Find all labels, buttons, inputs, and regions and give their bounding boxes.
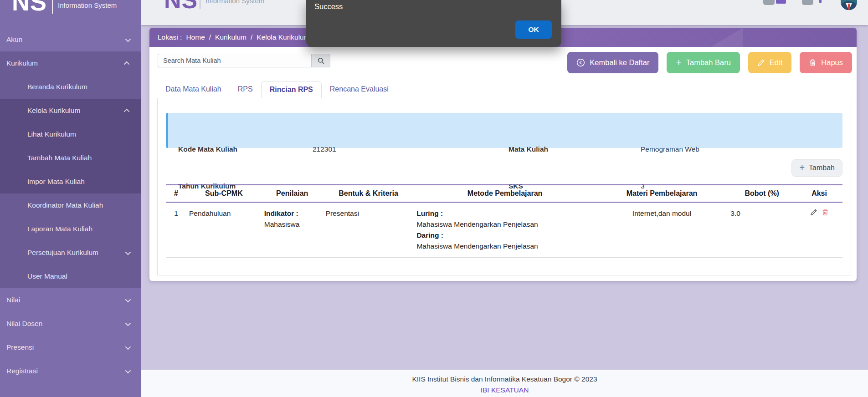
chevron-up-icon	[124, 108, 130, 114]
plus-icon: +	[799, 163, 805, 173]
tab-panel-rincian-rps: Kode Mata Kuliah Tahun Kurikulum 212301 …	[157, 98, 851, 275]
tab-rincian-rps[interactable]: Rincian RPS	[261, 81, 322, 98]
chevron-down-icon	[125, 249, 131, 255]
kode-mata-kuliah-value: 212301	[313, 143, 336, 155]
flag-icon	[819, 0, 822, 3]
penilaian-value: Mahasiswa	[264, 219, 320, 230]
chevron-down-icon	[125, 320, 131, 326]
footer-copyright: KIIS Institut Bisnis dan Informatika Kes…	[141, 375, 868, 383]
trash-icon	[809, 59, 817, 66]
footer-link-ibi-kesatuan[interactable]: IBI KESATUAN	[141, 386, 868, 394]
content-card: Lokasi : Home / Kurikulum / Kelola Kurik…	[149, 28, 857, 281]
sidebar-item-nilai[interactable]: Nilai	[0, 288, 141, 312]
sidebar-item-registrasi[interactable]: Registrasi	[0, 359, 141, 383]
col-header-aksi: Aksi	[796, 185, 842, 202]
hapus-button[interactable]: Hapus	[800, 52, 852, 73]
table-header-row: # Sub-CPMK Penilaian Bentuk & Kriteria M…	[166, 185, 842, 202]
sidebar-item-label: Laporan Mata Kuliah	[27, 225, 92, 233]
col-header-sub-cpmk: Sub-CPMK	[186, 185, 262, 202]
row-delete-trash-icon[interactable]	[822, 209, 829, 216]
chat-icon[interactable]	[802, 0, 813, 5]
kembali-ke-daftar-button[interactable]: Kembali ke Daftar	[567, 52, 658, 73]
logo-divider	[200, 0, 200, 9]
rps-table: # Sub-CPMK Penilaian Bentuk & Kriteria M…	[166, 184, 842, 258]
tab-data-mata-kuliah[interactable]: Data Mata Kuliah	[157, 81, 230, 98]
sidebar-item-label: User Manual	[27, 272, 67, 280]
sidebar-item-beranda-kurikulum[interactable]: Beranda Kurikulum	[0, 75, 141, 99]
flag-icon[interactable]	[776, 0, 786, 4]
sidebar-item-label: Presensi	[6, 343, 34, 351]
sidebar-item-akun[interactable]: Akun	[0, 28, 141, 51]
tambah-baru-button[interactable]: + Tambah Baru	[667, 52, 740, 73]
user-avatar[interactable]	[840, 0, 858, 11]
col-header-num: #	[166, 185, 186, 202]
tab-bar: Data Mata Kuliah RPS Rincian RPS Rencana…	[157, 81, 851, 98]
tambah-button[interactable]: + Tambah	[791, 159, 842, 177]
sidebar-item-user-manual[interactable]: User Manual	[0, 265, 141, 288]
breadcrumb-link-kelola-kurikulum[interactable]: Kelola Kurikulum	[257, 33, 309, 41]
success-modal: Success OK	[306, 0, 561, 47]
cell-materi: Internet,dan modul	[596, 202, 728, 258]
sidebar-item-impor-mata-kuliah[interactable]: Impor Mata Kuliah	[0, 170, 141, 193]
chat-icon[interactable]	[763, 0, 775, 5]
app-window: NS Information System Akun Kurikulum Ber…	[0, 0, 868, 397]
topbar-logo-mark: NS	[164, 0, 198, 14]
breadcrumb-link-kurikulum[interactable]: Kurikulum	[215, 33, 247, 41]
course-info-box: Kode Mata Kuliah Tahun Kurikulum 212301 …	[166, 113, 842, 148]
sidebar-item-presensi[interactable]: Presensi	[0, 336, 141, 359]
col-header-penilaian: Penilaian	[262, 185, 323, 202]
circle-back-icon	[576, 58, 585, 67]
sidebar-item-label: Impor Mata Kuliah	[27, 178, 85, 186]
sidebar-item-kurikulum[interactable]: Kurikulum	[0, 51, 141, 75]
sidebar-item-tambah-mata-kuliah[interactable]: Tambah Mata Kuliah	[0, 146, 141, 170]
button-label: Edit	[770, 58, 782, 67]
sidebar-item-persetujuan-kurikulum[interactable]: Persetujuan Kurikulum	[0, 241, 141, 265]
rps-table-wrap: # Sub-CPMK Penilaian Bentuk & Kriteria M…	[166, 184, 842, 258]
luring-value: Mahasiswa Mendengarkan Penjelasan	[416, 219, 593, 230]
cell-penilaian: Indikator : Mahasiswa	[262, 202, 323, 258]
chevron-down-icon	[125, 367, 131, 373]
sidebar-item-label: Persetujuan Kurikulum	[27, 249, 98, 257]
sidebar-item-nilai-dosen[interactable]: Nilai Dosen	[0, 312, 141, 336]
row-edit-pencil-icon[interactable]	[810, 209, 817, 216]
search-input[interactable]	[158, 54, 311, 67]
cell-bobot: 3.0	[728, 202, 796, 258]
magnifier-icon	[317, 57, 325, 65]
cell-aksi	[796, 202, 842, 258]
main-content: Lokasi : Home / Kurikulum / Kelola Kurik…	[141, 25, 868, 370]
brand-logo-mark: NS	[12, 0, 47, 16]
modal-ok-button[interactable]: OK	[515, 20, 552, 39]
button-label: Hapus	[821, 58, 843, 67]
sidebar-item-label: Kurikulum	[6, 59, 38, 67]
col-header-bentuk-kriteria: Bentuk & Kriteria	[323, 185, 414, 202]
edit-button[interactable]: Edit	[748, 52, 791, 73]
cell-metode: Luring : Mahasiswa Mendengarkan Penjelas…	[414, 202, 596, 258]
sidebar: NS Information System Akun Kurikulum Ber…	[0, 0, 141, 397]
footer: KIIS Institut Bisnis dan Informatika Kes…	[141, 370, 868, 397]
chevron-down-icon	[125, 344, 131, 350]
sidebar-item-label: Beranda Kurikulum	[27, 83, 87, 91]
sidebar-item-kelola-kurikulum[interactable]: Kelola Kurikulum	[0, 99, 141, 122]
sidebar-item-label: Registrasi	[6, 367, 38, 375]
button-label: Kembali ke Daftar	[590, 58, 649, 67]
action-button-row: Kembali ke Daftar + Tambah Baru Edit Hap…	[567, 52, 852, 73]
sidebar-item-koordinator-mata-kuliah[interactable]: Koordinator Mata Kuliah	[0, 193, 141, 217]
sidebar-item-lihat-kurikulum[interactable]: Lihat Kurikulum	[0, 122, 141, 146]
plus-icon: +	[676, 57, 681, 67]
col-header-metode: Metode Pembelajaran	[414, 185, 596, 202]
sidebar-item-label: Nilai Dosen	[6, 320, 42, 328]
chevron-up-icon	[124, 61, 130, 67]
brand-logo-name: Information System	[58, 1, 117, 9]
table-row: 1 Pendahuluan Indikator : Mahasiswa Pres…	[166, 202, 842, 258]
search-button[interactable]	[311, 54, 330, 67]
mata-kuliah-label: Mata Kuliah	[508, 143, 548, 155]
breadcrumb-link-home[interactable]: Home	[186, 33, 205, 41]
sidebar-item-label: Nilai	[6, 296, 20, 304]
sidebar-item-laporan-mata-kuliah[interactable]: Laporan Mata Kuliah	[0, 217, 141, 241]
tab-rencana-evaluasi[interactable]: Rencana Evaluasi	[322, 81, 397, 98]
mata-kuliah-value: Pemograman Web	[641, 143, 699, 155]
breadcrumb-separator: /	[251, 33, 252, 41]
topbar-logo-name: Information System	[205, 0, 264, 5]
tab-rps[interactable]: RPS	[230, 81, 261, 98]
modal-title: Success	[314, 2, 343, 11]
